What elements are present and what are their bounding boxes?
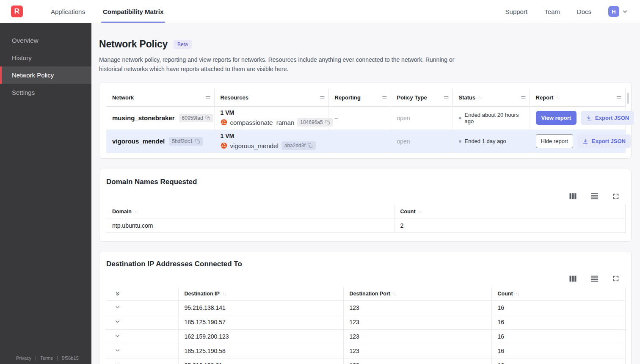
expand-row-chevron-icon[interactable] bbox=[112, 304, 120, 310]
col-header-destination-ip[interactable]: Destination IP ↑↓ bbox=[178, 287, 343, 301]
tab-applications[interactable]: Applications bbox=[49, 0, 87, 23]
count-value: 16 bbox=[491, 315, 625, 329]
network-name: vigorous_mendel bbox=[112, 138, 165, 145]
export-json-label: Export JSON bbox=[592, 138, 626, 144]
network-row[interactable]: musing_stonebraker 60959fad 1 VM bbox=[106, 106, 625, 130]
col-header-count[interactable]: Count ↑↓ bbox=[394, 205, 625, 218]
sidebar-item-history[interactable]: History bbox=[0, 49, 91, 66]
sort-icon[interactable]: ↑↓ bbox=[556, 95, 560, 100]
networks-table: Network = Resources = Reporting = Policy… bbox=[106, 88, 626, 153]
sort-icon[interactable]: ↑↓ bbox=[393, 291, 397, 296]
fullscreen-icon[interactable] bbox=[612, 275, 619, 282]
sidebar-item-overview[interactable]: Overview bbox=[0, 32, 91, 49]
destination-row[interactable]: 95.216.100.21 123 16 bbox=[106, 358, 625, 364]
sort-icon[interactable]: ↑↓ bbox=[134, 209, 138, 214]
chevron-down-icon[interactable] bbox=[622, 8, 628, 15]
sidebar-items: Overview History Network Policy Settings bbox=[0, 23, 91, 101]
count-value: 16 bbox=[491, 301, 625, 315]
columns-icon[interactable] bbox=[569, 193, 577, 199]
page-title: Network Policy bbox=[99, 39, 168, 50]
support-link[interactable]: Support bbox=[505, 8, 528, 15]
destination-ip-value: 185.125.190.57 bbox=[178, 315, 343, 329]
expand-row-chevron-icon[interactable] bbox=[112, 333, 120, 339]
drag-handle-icon[interactable]: = bbox=[521, 94, 526, 101]
destination-row[interactable]: 162.159.200.123 123 16 bbox=[106, 329, 625, 344]
col-header-policy-type[interactable]: Policy Type = bbox=[391, 88, 452, 106]
rows-icon[interactable] bbox=[591, 193, 598, 199]
copy-icon[interactable] bbox=[325, 120, 330, 125]
count-value: 16 bbox=[491, 358, 625, 364]
fullscreen-icon[interactable] bbox=[612, 193, 619, 200]
avatar[interactable]: H bbox=[608, 6, 619, 17]
terms-link[interactable]: Terms bbox=[40, 356, 53, 361]
col-header-resources[interactable]: Resources = bbox=[214, 88, 328, 106]
rows-icon[interactable] bbox=[591, 276, 598, 282]
privacy-link[interactable]: Privacy bbox=[16, 356, 31, 361]
team-link[interactable]: Team bbox=[544, 8, 560, 15]
hash-text: 60959fad bbox=[182, 115, 203, 121]
destination-port-value: 123 bbox=[343, 358, 491, 364]
sidebar-item-settings[interactable]: Settings bbox=[0, 84, 91, 101]
destination-row[interactable]: 185.125.190.58 123 16 bbox=[106, 344, 625, 358]
vm-hash-badge: aba2dd3f bbox=[281, 141, 316, 150]
col-header-expand-all[interactable] bbox=[106, 287, 178, 301]
user-menu[interactable]: H bbox=[608, 6, 628, 17]
drag-handle-icon[interactable]: = bbox=[320, 94, 325, 101]
col-header-report[interactable]: Report ↑↓ = bbox=[530, 88, 625, 106]
hide-report-button[interactable]: Hide report bbox=[536, 134, 573, 148]
sort-icon[interactable]: ↑↓ bbox=[222, 291, 226, 296]
destination-row[interactable]: 185.125.190.57 123 16 bbox=[106, 315, 625, 329]
col-header-status[interactable]: Status ↑↓ = bbox=[452, 88, 530, 106]
tab-compatibility-matrix[interactable]: Compatibility Matrix bbox=[101, 0, 165, 23]
destination-ip-value: 185.125.190.58 bbox=[178, 344, 343, 358]
network-hash-badge: 60959fad bbox=[179, 114, 213, 122]
sort-icon[interactable]: ↑↓ bbox=[478, 95, 482, 100]
copy-icon[interactable] bbox=[195, 139, 200, 144]
domains-card: Domain Names Requested Domain ↑↓ Count bbox=[99, 169, 632, 242]
domains-card-title: Domain Names Requested bbox=[106, 178, 624, 186]
export-json-button[interactable]: Export JSON bbox=[577, 134, 631, 148]
status-dot bbox=[459, 140, 461, 143]
domains-table: Domain ↑↓ Count ↑↓ ntp.ubuntu.com 2 bbox=[106, 205, 626, 233]
column-label: Resources bbox=[221, 94, 248, 101]
hash-text: 5bdf3dc1 bbox=[172, 138, 193, 144]
drag-handle-icon[interactable]: = bbox=[616, 94, 621, 101]
copy-icon[interactable] bbox=[308, 143, 313, 148]
col-header-domain[interactable]: Domain ↑↓ bbox=[106, 205, 394, 218]
export-json-button[interactable]: Export JSON bbox=[581, 111, 634, 125]
expand-row-chevron-icon[interactable] bbox=[112, 319, 120, 324]
drag-handle-icon[interactable]: = bbox=[382, 94, 387, 101]
expand-row-chevron-icon[interactable] bbox=[112, 347, 120, 353]
view-report-button[interactable]: View report bbox=[536, 111, 577, 125]
count-value: 2 bbox=[394, 218, 625, 233]
docs-link[interactable]: Docs bbox=[577, 8, 591, 15]
domain-row[interactable]: ntp.ubuntu.com 2 bbox=[106, 218, 625, 233]
hash-text: aba2dd3f bbox=[284, 143, 306, 149]
column-label: Destination IP bbox=[185, 291, 220, 297]
expand-row-chevron-icon[interactable] bbox=[112, 362, 120, 364]
destination-row[interactable]: 95.216.138.141 123 16 bbox=[106, 301, 625, 315]
drag-handle-icon[interactable]: = bbox=[444, 94, 449, 101]
col-header-count[interactable]: Count ↑↓ bbox=[491, 287, 625, 301]
hash-text: 184696a5 bbox=[300, 119, 323, 125]
sidebar-footer: Privacy Terms 5f56b15 bbox=[16, 356, 79, 361]
column-label: Policy Type bbox=[397, 94, 427, 101]
table-scrollbar[interactable] bbox=[627, 93, 629, 104]
sort-icon[interactable]: ↑↓ bbox=[418, 209, 422, 214]
sort-icon[interactable]: ↑↓ bbox=[516, 291, 519, 296]
column-label: Domain bbox=[112, 209, 132, 215]
drag-handle-icon[interactable]: = bbox=[205, 94, 210, 101]
networks-card: Network = Resources = Reporting = Policy… bbox=[99, 82, 632, 159]
columns-icon[interactable] bbox=[569, 276, 577, 282]
sidebar-item-network-policy[interactable]: Network Policy bbox=[0, 66, 91, 84]
col-header-destination-port[interactable]: Destination Port ↑↓ bbox=[343, 287, 491, 301]
double-chevron-down-icon[interactable] bbox=[112, 291, 121, 297]
copy-icon[interactable] bbox=[205, 116, 210, 121]
col-header-network[interactable]: Network = bbox=[106, 88, 214, 106]
destinations-card-title: Destination IP Addresses Connected To bbox=[106, 260, 624, 268]
top-navbar: R Applications Compatibility Matrix Supp… bbox=[0, 0, 640, 23]
network-row[interactable]: vigorous_mendel 5bdf3dc1 1 VM bbox=[106, 130, 625, 153]
app-logo[interactable]: R bbox=[11, 6, 23, 17]
network-hash-badge: 5bdf3dc1 bbox=[169, 137, 203, 146]
col-header-reporting[interactable]: Reporting = bbox=[328, 88, 391, 106]
